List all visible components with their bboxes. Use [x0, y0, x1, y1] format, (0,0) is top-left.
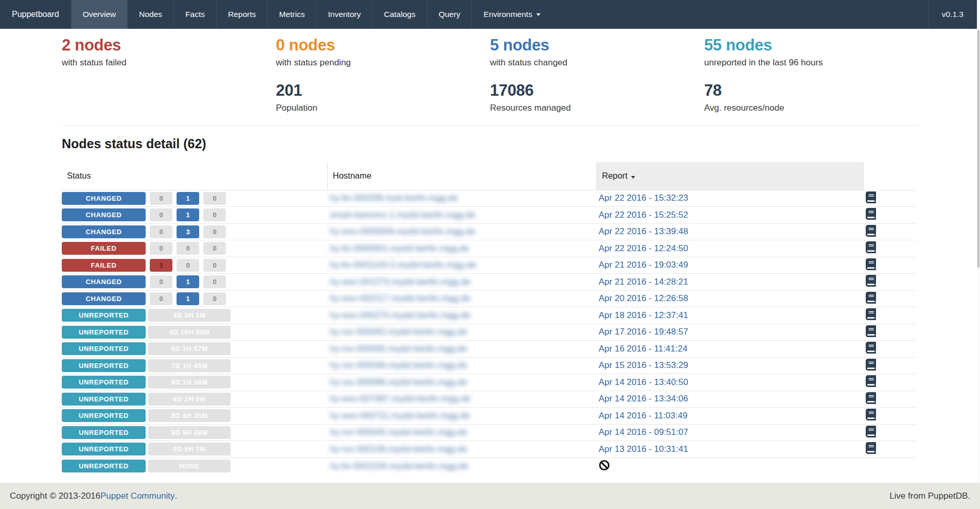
report-link[interactable]: Apr 22 2016 - 15:25:52: [599, 210, 688, 220]
count-pill: 0: [150, 242, 172, 255]
nav-item-label: Reports: [228, 10, 256, 19]
copyright-suffix: .: [175, 491, 178, 501]
report-link[interactable]: Apr 22 2016 - 12:24:50: [599, 243, 688, 253]
book-icon[interactable]: [866, 292, 876, 304]
hostname-link[interactable]: hy-wsv-0000006.mydsl-berlin.mgg.de: [330, 226, 476, 236]
status-cell: UNREPORTED4D 19H 50M: [62, 324, 327, 341]
hostname-link[interactable]: hy-rsv-000106.mydsl-berlin.mgg.de: [330, 444, 467, 454]
book-icon[interactable]: [866, 392, 876, 404]
hostname-link[interactable]: hy-wsv-001273.mydsl-berlin.mgg.de: [330, 277, 470, 287]
status-cell: UNREPORTED8D 5H 48M: [62, 424, 327, 441]
actions-cell: [863, 458, 916, 475]
count-pill: 1: [177, 192, 199, 205]
nav-item-environments[interactable]: Environments: [471, 0, 552, 29]
status-badge: UNREPORTED: [62, 326, 146, 339]
count-pill: 0: [177, 242, 199, 255]
book-icon[interactable]: [866, 225, 876, 237]
duration-pill: 6D 3H 57M: [148, 342, 231, 355]
footer: Copyright © 2013-2016 Puppet Community .…: [0, 483, 980, 509]
report-link[interactable]: Apr 17 2016 - 19:48:57: [599, 327, 688, 337]
report-link[interactable]: Apr 18 2016 - 12:37:41: [599, 310, 688, 320]
book-icon[interactable]: [866, 342, 876, 354]
book-icon[interactable]: [866, 208, 876, 220]
hostname-link[interactable]: hy-wsv-000275.mydsl-berlin.mgg.de: [330, 310, 470, 320]
count-pill: 0: [203, 275, 226, 288]
th-hostname[interactable]: Hostname: [327, 162, 597, 190]
book-icon[interactable]: [866, 241, 876, 253]
book-icon[interactable]: [866, 359, 876, 371]
book-icon[interactable]: [866, 325, 876, 337]
book-icon[interactable]: [866, 375, 876, 387]
hostname-link[interactable]: hy-rsv-000086.mydsl-berlin.mgg.de: [330, 377, 467, 387]
nav-item-facts[interactable]: Facts: [173, 0, 216, 29]
status-badge: UNREPORTED: [62, 342, 146, 355]
table-row: UNREPORTED6D 3H 57Mhy-rsv-000065.mydsl-b…: [62, 341, 916, 358]
hostname-link[interactable]: hy-wsv-000711.mydsl-berlin.mgg.de: [330, 411, 470, 420]
nav-item-catalogs[interactable]: Catalogs: [372, 0, 427, 29]
report-link[interactable]: Apr 14 2016 - 09:51:07: [599, 427, 688, 437]
report-link[interactable]: Apr 20 2016 - 12:26:58: [599, 293, 688, 303]
hostname-link[interactable]: hy-ltv-0000001.mydsl-berlin.mgg.de: [330, 243, 469, 253]
report-link[interactable]: Apr 21 2016 - 14:28:21: [599, 277, 688, 287]
report-link[interactable]: Apr 22 2016 - 13:39:48: [599, 226, 688, 236]
stats-bottom-row: 201Population17086Resources managed78Avg…: [62, 81, 918, 114]
duration-pill: 4D 3H 1M: [148, 309, 231, 322]
report-link[interactable]: Apr 14 2016 - 13:40:50: [599, 377, 688, 387]
report-link[interactable]: Apr 22 2016 - 15:32:23: [599, 193, 688, 203]
hostname-cell: smart-banners-1.mydsl-berlin.mgg.de: [327, 207, 597, 224]
hostname-link[interactable]: hy-rsv-000062.mydsl-berlin.mgg.de: [330, 327, 467, 337]
book-icon[interactable]: [866, 258, 876, 270]
report-link[interactable]: Apr 14 2016 - 13:34:06: [599, 394, 688, 403]
stat-label: with status failed: [62, 57, 276, 68]
status-cell: UNREPORTED7D 1H 45M: [62, 357, 327, 374]
stat-value: 0 nodes: [276, 36, 490, 55]
status-cell: CHANGED010: [62, 290, 327, 307]
report-link[interactable]: Apr 13 2016 - 10:31:41: [599, 444, 688, 454]
hostname-link[interactable]: hy-ltv-000339.myb-berlin.mgg.de: [330, 193, 458, 203]
puppet-community-link[interactable]: Puppet Community: [100, 491, 175, 501]
status-cell: UNREPORTED8D 2H 5M: [62, 391, 327, 408]
report-cell: Apr 22 2016 - 13:39:48: [597, 223, 863, 240]
book-icon[interactable]: [866, 191, 876, 203]
stats-panel: 2 nodeswith status failed0 nodeswith sta…: [62, 29, 918, 114]
hostname-cell: hy-wsv-001273.mydsl-berlin.mgg.de: [327, 274, 597, 291]
scrollbar-thumb[interactable]: [977, 30, 979, 268]
report-link[interactable]: Apr 21 2016 - 19:03:49: [599, 260, 688, 270]
nav-item-metrics[interactable]: Metrics: [267, 0, 316, 29]
th-status[interactable]: Status: [62, 162, 327, 190]
report-link[interactable]: Apr 14 2016 - 11:03:49: [599, 411, 688, 420]
book-icon[interactable]: [866, 442, 876, 454]
report-link[interactable]: Apr 15 2016 - 13:53:29: [599, 360, 688, 370]
hostname-link[interactable]: hy-wsv-007087.mydsl-berlin.mgg.de: [330, 394, 470, 403]
nav-item-overview[interactable]: Overview: [71, 0, 128, 29]
duration-pill: 7D 1H 45M: [148, 359, 231, 372]
hostname-link[interactable]: hy-rsv-000045.mydsl-berlin.mgg.de: [330, 427, 467, 437]
nav-item-query[interactable]: Query: [427, 0, 471, 29]
hostname-link[interactable]: hy-ltv-0001143-2.mydsl-berlin.mgg.de: [330, 260, 476, 270]
nav-item-nodes[interactable]: Nodes: [127, 0, 173, 29]
actions-cell: [863, 374, 916, 391]
status-cell: CHANGED030: [62, 223, 327, 240]
report-cell: Apr 22 2016 - 15:32:23: [597, 190, 863, 207]
hostname-link[interactable]: hy-wsv-002217.mydsl-berlin.mgg.de: [330, 293, 470, 303]
stat-changed: 5 nodeswith status changed: [490, 36, 704, 68]
status-badge: CHANGED: [62, 208, 146, 221]
report-link[interactable]: Apr 16 2016 - 11:41:24: [599, 344, 688, 354]
hostname-link[interactable]: hy-rsv-000065.mydsl-berlin.mgg.de: [330, 344, 467, 354]
hostname-link[interactable]: hy-rsv-000046.mydsl-berlin.mgg.de: [330, 360, 467, 370]
nav-item-reports[interactable]: Reports: [216, 0, 267, 29]
nav-item-inventory[interactable]: Inventory: [316, 0, 372, 29]
book-icon[interactable]: [866, 426, 876, 437]
hostname-cell: hy-rsv-000086.mydsl-berlin.mgg.de: [327, 374, 597, 391]
th-report[interactable]: Report: [597, 162, 863, 190]
hostname-link[interactable]: smart-banners-1.mydsl-berlin.mgg.de: [330, 210, 476, 220]
brand-puppetboard[interactable]: Puppetboard: [0, 0, 71, 29]
status-cell: FAILED000: [62, 240, 327, 257]
book-icon[interactable]: [866, 308, 876, 320]
hostname-link[interactable]: hy-ltv-0001156.mydsl-berlin.mgg.de: [330, 461, 468, 471]
status-badge: FAILED: [62, 242, 146, 255]
table-row: UNREPORTED8D 2H 5Mhy-wsv-007087.mydsl-be…: [62, 391, 916, 408]
book-icon[interactable]: [866, 275, 876, 287]
book-icon[interactable]: [866, 409, 876, 420]
scrollbar-track[interactable]: [977, 0, 980, 483]
